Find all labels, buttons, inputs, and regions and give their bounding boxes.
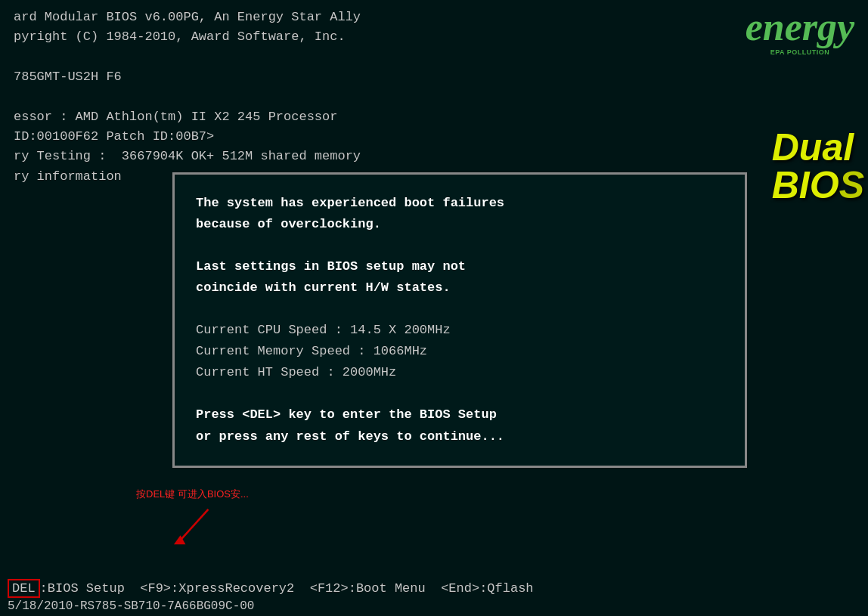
del-key-highlight[interactable]: DEL xyxy=(8,579,40,598)
boot-menu-label: :Boot Menu xyxy=(349,581,426,596)
boot-failure-modal: The system has experienced boot failures… xyxy=(172,172,747,468)
svg-line-0 xyxy=(179,509,209,542)
memory-test-line: ry Testing : 3667904K OK+ 512M shared me… xyxy=(14,147,854,166)
bios-header: ard Modular BIOS v6.00PG, An Energy Star… xyxy=(14,8,854,187)
xpress-label: :XpressRecovery2 xyxy=(171,581,294,596)
bios-logo-text: BIOS xyxy=(772,166,864,204)
modal-cpu-speed: Current CPU Speed : 14.5 X 200MHz xyxy=(196,320,724,341)
modal-line3: Last settings in BIOS setup may not xyxy=(196,256,724,277)
bios-setup-label: :BIOS Setup xyxy=(40,581,125,596)
processor-line: essor : AMD Athlon(tm) II X2 245 Process… xyxy=(14,107,854,127)
modal-blank3 xyxy=(196,383,724,404)
modal-mem-speed: Current Memory Speed : 1066MHz xyxy=(196,341,724,362)
epa-pollution-text: EPA POLLUTION xyxy=(770,48,830,56)
modal-line1: The system has experienced boot failures xyxy=(196,193,724,214)
bottom-bar: DEL:BIOS Setup <F9>:XpressRecovery2 <F12… xyxy=(0,574,868,616)
patch-line: ID:00100F62 Patch ID:00B7> xyxy=(14,127,854,147)
f9-key: <F9> xyxy=(140,581,171,596)
f12-key: <F12> xyxy=(310,581,349,596)
modal-content: The system has experienced boot failures… xyxy=(196,193,724,447)
modal-blank1 xyxy=(196,235,724,256)
blank1 xyxy=(14,48,854,67)
end-key: <End> xyxy=(441,581,479,596)
annotation-chinese-text: 按DEL键 可进入BIOS安... xyxy=(136,488,249,501)
annotation-area: 按DEL键 可进入BIOS安... xyxy=(136,488,249,549)
header-line2: pyright (C) 1984-2010, Award Software, I… xyxy=(14,27,854,47)
board-model: 785GMT-US2H F6 xyxy=(14,67,854,87)
modal-ht-speed: Current HT Speed : 2000MHz xyxy=(196,362,724,383)
modal-line4: coincide with current H/W states. xyxy=(196,277,724,299)
blank2 xyxy=(14,87,854,107)
modal-press-del: Press <DEL> key to enter the BIOS Setup xyxy=(196,404,724,426)
header-line1: ard Modular BIOS v6.00PG, An Energy Star… xyxy=(14,8,854,27)
dual-text: Dual xyxy=(772,128,864,166)
bios-screen: ard Modular BIOS v6.00PG, An Energy Star… xyxy=(0,0,868,616)
modal-press-any: or press any rest of keys to continue... xyxy=(196,426,724,447)
energy-star-text: energy xyxy=(746,8,854,47)
annotation-arrow xyxy=(162,504,222,549)
qflash-label: :Qflash xyxy=(479,581,533,596)
bottom-keys-line: DEL:BIOS Setup <F9>:XpressRecovery2 <F12… xyxy=(0,579,868,598)
modal-blank2 xyxy=(196,299,724,320)
dual-bios-logo: Dual BIOS xyxy=(772,128,868,204)
bottom-date-line: 5/18/2010-RS785-SB710-7A66BG09C-00 xyxy=(0,599,868,613)
modal-line2: because of overclocking. xyxy=(196,214,724,235)
